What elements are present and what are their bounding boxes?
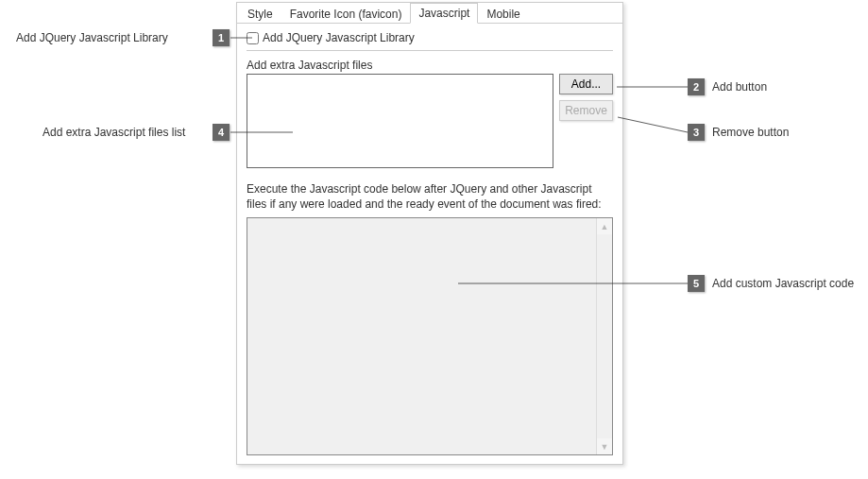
remove-button[interactable]: Remove: [559, 100, 613, 121]
add-button[interactable]: Add...: [559, 74, 613, 94]
tab-mobile[interactable]: Mobile: [478, 4, 528, 24]
extra-files-buttons: Add... Remove: [559, 74, 613, 121]
callout-5-label: Add custom Javascript code: [712, 277, 854, 290]
extra-files-listbox[interactable]: [247, 74, 553, 168]
add-jquery-label: Add JQuery Javascript Library: [263, 31, 415, 44]
custom-js-textarea[interactable]: [247, 218, 596, 454]
exec-label: Execute the Javascript code below after …: [247, 181, 613, 212]
svg-line-3: [618, 117, 688, 132]
add-jquery-checkbox[interactable]: [247, 32, 259, 44]
scroll-up-icon[interactable]: ▲: [597, 218, 612, 234]
callout-3-label: Remove button: [712, 126, 789, 139]
tab-bar: Style Favorite Icon (favicon) Javascript…: [237, 3, 622, 24]
scroll-down-icon[interactable]: ▼: [597, 438, 612, 454]
callout-1-num: 1: [213, 29, 230, 46]
tab-favicon[interactable]: Favorite Icon (favicon): [281, 4, 411, 24]
tab-style[interactable]: Style: [239, 4, 281, 24]
code-area-wrap: ▲ ▼: [247, 217, 613, 455]
callout-4-label: Add extra Javascript files list: [43, 126, 185, 139]
settings-panel: Style Favorite Icon (favicon) Javascript…: [236, 2, 623, 465]
extra-files-label: Add extra Javascript files: [247, 59, 613, 72]
jquery-row: Add JQuery Javascript Library: [247, 29, 613, 51]
callout-4-num: 4: [213, 124, 230, 141]
tab-javascript[interactable]: Javascript: [410, 3, 478, 24]
callout-1-label: Add JQuery Javascript Library: [16, 31, 168, 44]
callout-3-num: 3: [688, 124, 705, 141]
callout-5-num: 5: [688, 275, 705, 292]
callout-2-label: Add button: [712, 80, 767, 94]
scrollbar[interactable]: ▲ ▼: [596, 218, 612, 454]
tab-content: Add JQuery Javascript Library Add extra …: [237, 24, 622, 465]
callout-2-num: 2: [688, 78, 705, 95]
extra-files-row: Add... Remove: [247, 74, 613, 168]
